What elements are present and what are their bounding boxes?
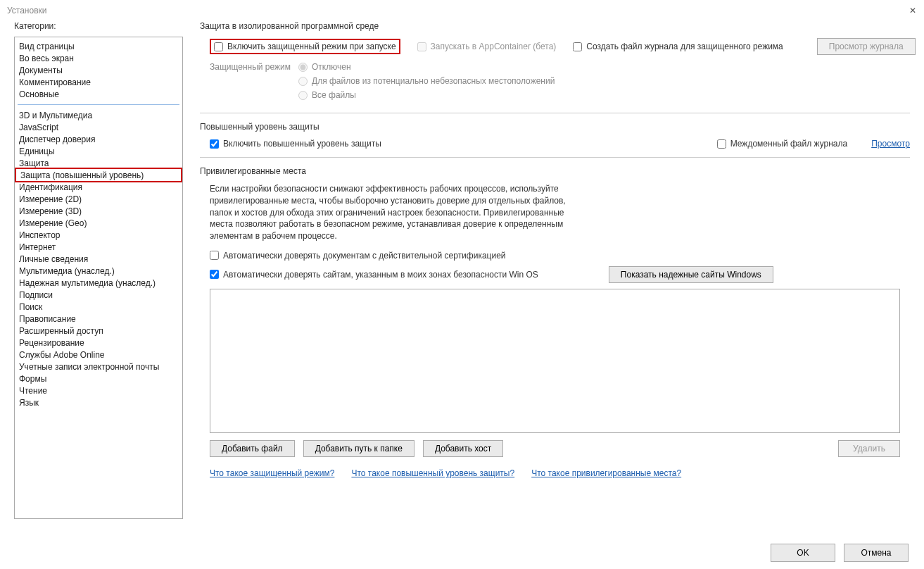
delete-button: Удалить	[838, 440, 900, 457]
category-item[interactable]: Надежная мультимедиа (унаслед.)	[15, 277, 182, 289]
titlebar: Установки ✕	[0, 0, 924, 21]
radio-all	[298, 91, 308, 100]
category-item[interactable]: 3D и Мультимедиа	[15, 109, 182, 121]
category-item[interactable]: Инспектор	[15, 229, 182, 241]
highlight-enable-protected: Включить защищенный режим при запуске	[210, 39, 400, 54]
category-item[interactable]: Измерение (Geo)	[15, 217, 182, 229]
section-sandbox: Защита в изолированной программной среде…	[200, 21, 910, 113]
category-item[interactable]: Рецензирование	[15, 337, 182, 349]
category-item[interactable]: JavaScript	[15, 121, 182, 133]
category-item[interactable]: Расширенный доступ	[15, 325, 182, 337]
checkbox-cross-domain-log[interactable]: Междоменный файл журнала	[717, 139, 847, 149]
category-item[interactable]: Документы	[15, 64, 182, 76]
link-what-is-privileged[interactable]: Что такое привилегированные места?	[531, 468, 681, 478]
link-view-cross-log[interactable]: Просмотр	[871, 139, 910, 149]
link-what-is-enhanced[interactable]: Что такое повышенный уровень защиты?	[351, 468, 514, 478]
cancel-button[interactable]: Отмена	[844, 544, 909, 562]
category-item[interactable]: Идентификация	[15, 181, 182, 193]
protected-mode-label: Защищенный режим	[210, 62, 298, 72]
category-item[interactable]: Чтение	[15, 384, 182, 396]
category-item[interactable]: Мультимедиа (унаслед.)	[15, 265, 182, 277]
checkbox-auto-trust-os[interactable]: Автоматически доверять сайтам, указанным…	[210, 270, 538, 280]
section-enhanced: Повышенный уровень защиты Включить повыш…	[200, 122, 910, 158]
add-file-button[interactable]: Добавить файл	[210, 440, 295, 457]
category-item[interactable]: Интернет	[15, 241, 182, 253]
category-item[interactable]: Комментирование	[15, 76, 182, 88]
checkbox-appcontainer: Запускать в AppContainer (бета)	[417, 42, 557, 51]
category-item[interactable]: Во весь экран	[15, 52, 182, 64]
ok-button[interactable]: OK	[771, 544, 835, 562]
add-host-button[interactable]: Добавить хост	[423, 440, 503, 457]
section-privileged-title: Привилегированные места	[200, 166, 910, 176]
add-folder-button[interactable]: Добавить путь к папке	[303, 440, 414, 457]
category-item[interactable]: Вид страницы	[15, 40, 182, 52]
privileged-description: Если настройки безопасности снижают эффе…	[200, 183, 566, 242]
category-item[interactable]: Единицы	[15, 145, 182, 157]
privileged-locations-list[interactable]	[210, 289, 900, 433]
categories-listbox[interactable]: Вид страницыВо весь экранДокументыКоммен…	[14, 37, 183, 519]
category-item[interactable]: Измерение (3D)	[15, 205, 182, 217]
category-item[interactable]: Службы Adobe Online	[15, 349, 182, 361]
category-item[interactable]: Диспетчер доверия	[15, 133, 182, 145]
category-item[interactable]: Подписи	[15, 289, 182, 301]
category-item[interactable]: Основные	[15, 88, 182, 100]
view-log-button: Просмотр журнала	[817, 38, 916, 55]
checkbox-auto-trust-cert[interactable]: Автоматически доверять документам с дейс…	[210, 251, 506, 261]
category-item[interactable]: Личные сведения	[15, 253, 182, 265]
category-item[interactable]: Язык	[15, 396, 182, 408]
close-icon[interactable]: ✕	[907, 6, 918, 15]
section-sandbox-title: Защита в изолированной программной среде	[200, 21, 910, 31]
checkbox-enable-enhanced[interactable]: Включить повышенный уровень защиты	[210, 139, 381, 149]
category-item[interactable]: Правописание	[15, 313, 182, 325]
categories-label: Категории:	[14, 21, 183, 31]
checkbox-create-log[interactable]: Создать файл журнала для защищенного реж…	[573, 42, 783, 51]
category-item[interactable]: Поиск	[15, 301, 182, 313]
radio-unsafe	[298, 77, 308, 86]
category-item[interactable]: Защита (повышенный уровень)	[15, 168, 182, 182]
category-item[interactable]: Измерение (2D)	[15, 193, 182, 205]
section-enhanced-title: Повышенный уровень защиты	[200, 122, 910, 132]
show-trusted-sites-button[interactable]: Показать надежные сайты Windows	[609, 266, 773, 283]
radio-off	[298, 63, 308, 72]
window-title: Установки	[7, 6, 46, 15]
checkbox-enable-protected-mode[interactable]: Включить защищенный режим при запуске	[214, 42, 396, 51]
category-item[interactable]: Формы	[15, 373, 182, 384]
category-item[interactable]: Учетные записи электронной почты	[15, 361, 182, 373]
link-what-is-protected[interactable]: Что такое защищенный режим?	[210, 468, 334, 478]
section-privileged: Привилегированные места Если настройки б…	[200, 166, 910, 478]
